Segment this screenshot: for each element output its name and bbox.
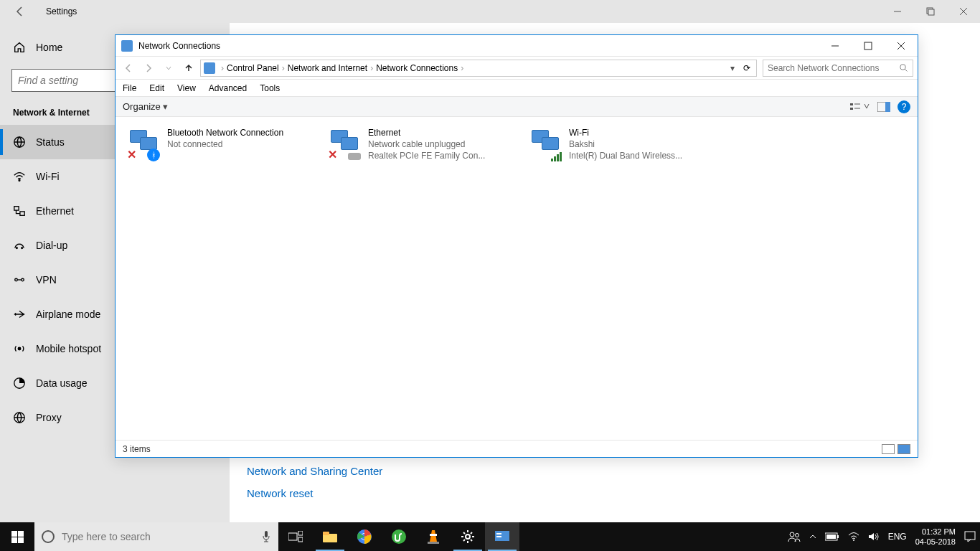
tray-notifications-icon[interactable]	[964, 531, 976, 542]
taskbar-app-settings[interactable]	[451, 522, 485, 551]
svg-point-41	[853, 540, 854, 541]
sidebar-item-label: Wi-Fi	[36, 171, 60, 182]
vpn-icon	[13, 273, 26, 286]
svg-rect-19	[885, 102, 890, 112]
svg-rect-35	[496, 536, 501, 537]
home-icon	[13, 41, 26, 54]
connection-ethernet[interactable]: ✕ Ethernet Network cable unplugged Realt…	[325, 124, 512, 164]
connection-ssid: Bakshi	[569, 138, 682, 150]
home-label: Home	[36, 42, 62, 53]
tray-people-icon[interactable]	[788, 531, 801, 542]
cortana-icon	[42, 530, 55, 543]
organize-button[interactable]: Organize ▾	[123, 101, 168, 112]
svg-rect-22	[298, 531, 303, 535]
connection-bluetooth[interactable]: ✕ ᚼ Bluetooth Network Connection Not con…	[124, 124, 311, 164]
mic-icon[interactable]	[261, 530, 271, 543]
connection-adapter: Realtek PCIe FE Family Con...	[368, 150, 485, 161]
error-icon: ✕	[127, 148, 136, 161]
svg-rect-20	[265, 531, 268, 537]
connection-wifi[interactable]: Wi-Fi Bakshi Intel(R) Dual Band Wireless…	[526, 124, 712, 164]
explorer-titlebar[interactable]: Network Connections	[116, 35, 918, 57]
svg-rect-42	[965, 532, 975, 540]
nav-back-button[interactable]	[120, 60, 137, 77]
minimize-button[interactable]	[881, 0, 914, 23]
tray-wifi-icon[interactable]	[848, 532, 859, 542]
tray-lang[interactable]: ENG	[888, 532, 907, 542]
chevron-icon: ›	[282, 63, 285, 73]
taskbar-app-chrome[interactable]	[347, 522, 382, 551]
exp-close-button[interactable]	[885, 35, 918, 57]
connection-icon: ✕ ᚼ	[127, 127, 161, 161]
taskbar-search-input[interactable]	[62, 531, 254, 542]
explorer-window: Network Connections › Control Panel › Ne…	[115, 34, 918, 458]
explorer-nav: › Control Panel › Network and Internet ›…	[116, 57, 918, 80]
taskbar-app-utorrent[interactable]	[382, 522, 416, 551]
chevron-icon: ›	[221, 63, 224, 73]
start-button[interactable]	[0, 522, 34, 551]
connection-icon: ✕	[328, 127, 362, 161]
sidebar-item-label: Dial-up	[36, 240, 67, 251]
tray-battery-icon[interactable]	[825, 532, 839, 541]
chevron-icon: ›	[461, 63, 463, 73]
taskbar-search[interactable]	[34, 522, 278, 551]
sidebar-item-label: Ethernet	[36, 205, 74, 217]
svg-rect-30	[430, 534, 437, 536]
breadcrumb[interactable]: › Control Panel › Network and Internet ›…	[200, 60, 757, 77]
search-icon[interactable]	[900, 64, 908, 72]
connection-name: Wi-Fi	[569, 127, 682, 138]
breadcrumb-segment[interactable]: Network Connections	[376, 63, 458, 73]
airplane-icon	[13, 308, 26, 321]
tray-clock[interactable]: 01:32 PM 04-05-2018	[915, 527, 956, 547]
menu-edit[interactable]: Edit	[149, 83, 164, 93]
refresh-button[interactable]: ⟳	[740, 63, 753, 73]
task-view-button[interactable]	[278, 522, 313, 551]
back-button[interactable]	[14, 6, 26, 17]
nav-recent-button[interactable]	[160, 60, 177, 77]
svg-rect-25	[323, 532, 329, 535]
menu-view[interactable]: View	[177, 83, 196, 93]
related-link-sharing[interactable]: Network and Sharing Center	[247, 465, 382, 477]
status-item-count: 3 items	[123, 444, 151, 454]
tray-overflow-icon[interactable]	[809, 534, 816, 540]
exp-maximize-button[interactable]	[852, 35, 885, 57]
nav-up-button[interactable]	[180, 60, 197, 77]
tiles-view-button[interactable]	[897, 444, 910, 454]
explorer-body[interactable]: ✕ ᚼ Bluetooth Network Connection Not con…	[116, 118, 918, 440]
datausage-icon	[13, 377, 26, 390]
menu-file[interactable]: File	[123, 83, 136, 93]
breadcrumb-icon	[204, 62, 215, 74]
exp-minimize-button[interactable]	[819, 35, 852, 57]
menu-advanced[interactable]: Advanced	[209, 83, 247, 93]
svg-rect-31	[428, 542, 439, 544]
breadcrumb-segment[interactable]: Control Panel	[227, 63, 279, 73]
explorer-icon	[121, 40, 133, 52]
signal-icon	[551, 152, 562, 161]
breadcrumb-dropdown[interactable]: ▾	[726, 63, 739, 73]
view-mode-button[interactable]	[850, 101, 870, 113]
dropdown-icon: ▾	[163, 101, 168, 112]
close-button[interactable]	[947, 0, 980, 23]
svg-point-9	[15, 278, 18, 281]
dialup-icon	[13, 239, 26, 252]
breadcrumb-segment[interactable]: Network and Internet	[288, 63, 367, 73]
explorer-search-input[interactable]	[768, 63, 900, 73]
hotspot-icon	[13, 342, 26, 355]
tray-volume-icon[interactable]	[868, 532, 880, 542]
menu-tools[interactable]: Tools	[260, 83, 280, 93]
svg-rect-14	[864, 42, 872, 50]
related-link-reset[interactable]: Network reset	[247, 487, 382, 499]
maximize-button[interactable]	[914, 0, 947, 23]
help-button[interactable]: ?	[897, 100, 910, 113]
sidebar-item-label: Proxy	[36, 412, 62, 423]
taskbar-app-controlpanel[interactable]	[485, 522, 519, 551]
explorer-search[interactable]	[763, 60, 913, 77]
sidebar-item-label: Mobile hotspot	[36, 343, 101, 354]
nav-forward-button[interactable]	[140, 60, 157, 77]
preview-pane-button[interactable]	[877, 102, 890, 112]
settings-title: Settings	[46, 6, 77, 17]
taskbar-app-vlc[interactable]	[416, 522, 451, 551]
details-view-button[interactable]	[882, 444, 895, 454]
svg-rect-17	[850, 108, 853, 110]
taskbar-app-explorer[interactable]	[313, 522, 347, 551]
proxy-icon	[13, 411, 26, 424]
